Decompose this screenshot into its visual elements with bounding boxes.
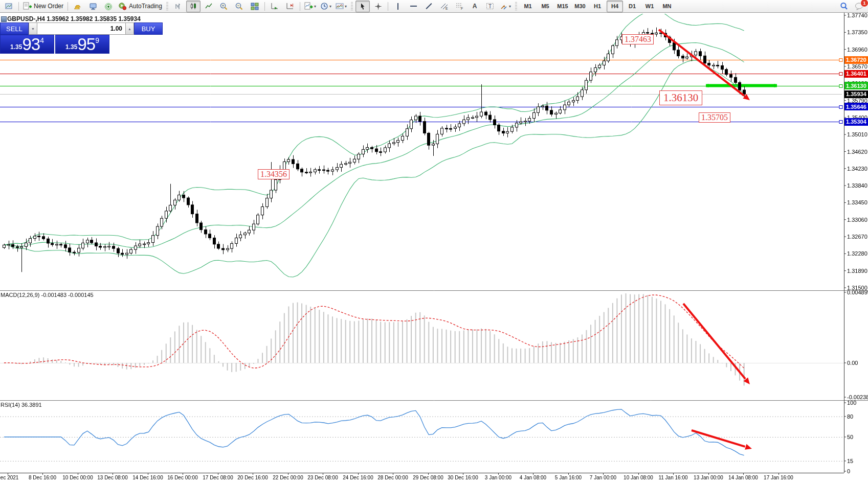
timeframe-m15-button[interactable]: M15	[554, 1, 571, 12]
fibonacci-tool-icon[interactable]: F	[452, 1, 466, 12]
bar-chart-type-icon[interactable]	[171, 1, 185, 12]
auto-scroll-icon[interactable]	[268, 1, 282, 12]
time-axis-label: 5 Jan 16:00	[555, 475, 582, 480]
timeframe-h1-button[interactable]: H1	[589, 1, 606, 12]
timeframe-m30-button[interactable]: M30	[572, 1, 588, 12]
axis-price-label: 1.36401	[844, 70, 868, 78]
price-axis-tick: 1.32670	[847, 234, 867, 240]
sell-price-big: 93	[22, 36, 40, 53]
price-axis-tick: 1.36960	[847, 47, 867, 53]
arrows-tool-icon[interactable]: ▾	[498, 1, 513, 12]
vertical-line-tool-icon[interactable]	[391, 1, 405, 12]
trendline-tool-icon[interactable]	[421, 1, 436, 12]
annotation-base-price[interactable]: 1.34356	[258, 169, 290, 179]
timeframe-mn-button[interactable]: MN	[659, 1, 675, 12]
sell-price-prefix: 1.35	[10, 43, 22, 51]
text-tool-icon[interactable]: A	[468, 1, 482, 12]
axis-price-label: 1.35934	[844, 90, 868, 98]
time-axis-label: 17 Jan 16:00	[764, 475, 793, 480]
buy-price-pip: 9	[95, 36, 99, 44]
price-axis-tick: 1.37350	[847, 29, 867, 35]
price-axis-tick: 1.31890	[847, 268, 867, 274]
timeframe-d1-button[interactable]: D1	[624, 1, 640, 12]
candlestick-chart-type-icon[interactable]	[186, 1, 201, 12]
time-axis-label: 8 Dec 16:00	[29, 475, 56, 480]
deposit-gold-icon[interactable]	[71, 1, 85, 12]
chart-ohlc-header: GBPUSD-,H4 1.35962 1.35982 1.35835 1.359…	[7, 15, 141, 22]
svg-text:F: F	[461, 7, 463, 10]
mt4-terminal: New Order AutoTrading	[0, 0, 868, 484]
price-axis-tick: 1.35010	[847, 131, 867, 137]
time-axis-label: 11 Jan 16:00	[658, 475, 687, 480]
virtual-hosting-icon[interactable]	[86, 1, 100, 12]
chart-shift-icon[interactable]	[283, 1, 297, 12]
chart-window-icon[interactable]	[2, 1, 16, 12]
time-axis-label: 10 Dec 00:00	[62, 475, 93, 480]
time-axis-label: 10 Jan 08:00	[624, 475, 653, 480]
new-order-button[interactable]: New Order	[21, 1, 65, 12]
toolbar-grip[interactable]	[166, 2, 168, 10]
annotation-entry-price[interactable]: 1.36130	[659, 90, 702, 105]
timeframe-m5-button[interactable]: M5	[537, 1, 553, 12]
dropdown-caret: ▾	[509, 4, 511, 9]
axis-price-label: 1.36720	[844, 56, 868, 64]
crosshair-icon[interactable]	[371, 1, 385, 12]
axis-price-label: 1.35304	[844, 118, 868, 126]
rsi-axis-tick: 15	[847, 458, 853, 464]
chat-icon[interactable]: 1	[852, 1, 866, 12]
toolbar-grip[interactable]	[515, 2, 517, 10]
periods-icon[interactable]: ▾	[319, 1, 333, 12]
time-axis-label: Dec 2021	[0, 475, 18, 480]
svg-text:T: T	[488, 4, 492, 9]
autotrading-button[interactable]: AutoTrading	[117, 1, 164, 12]
templates-icon[interactable]: ▾	[334, 1, 348, 12]
toolbar-separator	[68, 2, 68, 11]
time-axis-label: 24 Dec 16:00	[343, 475, 373, 480]
buy-button[interactable]: BUY	[134, 22, 163, 35]
macd-axis-tick: 0.004899	[847, 289, 868, 295]
buy-price-panel[interactable]: 1.35 95 9	[55, 35, 109, 54]
zoom-in-icon[interactable]	[217, 1, 231, 12]
buy-price-prefix: 1.35	[65, 43, 77, 51]
timeframe-h4-button[interactable]: H4	[607, 1, 623, 12]
zoom-out-icon[interactable]	[232, 1, 247, 12]
horizontal-line-tool-icon[interactable]	[406, 1, 420, 12]
one-click-trading-panel: SELL ▼ ▲ BUY 1.35 93 4 1.35 95 9	[0, 22, 109, 54]
time-axis-label: 23 Dec 08:00	[307, 475, 338, 480]
chat-badge: 1	[860, 0, 868, 7]
line-chart-type-icon[interactable]	[202, 1, 216, 12]
sell-price-panel[interactable]: 1.35 93 4	[0, 35, 54, 54]
volume-input[interactable]	[37, 22, 125, 35]
price-axis-tick: 1.33060	[847, 217, 867, 223]
annotation-peak-price[interactable]: 1.37463	[622, 34, 654, 44]
dropdown-caret: ▾	[314, 4, 316, 9]
price-axis-tick: 1.37740	[847, 12, 867, 18]
volume-decrease-button[interactable]: ▼	[29, 22, 37, 35]
chart-window: GBPUSD-,H4 1.35962 1.35982 1.35835 1.359…	[0, 13, 868, 484]
rsi-axis-tick: 100	[847, 400, 856, 406]
indicators-icon[interactable]: ▾	[303, 1, 318, 12]
top-toolbar: New Order AutoTrading	[0, 0, 868, 13]
text-label-tool-icon[interactable]: T	[483, 1, 497, 12]
price-axis-tick: 1.33450	[847, 199, 867, 205]
time-axis-label: 13 Jan 00:00	[694, 475, 723, 480]
search-icon[interactable]	[837, 1, 851, 12]
tile-windows-icon[interactable]	[248, 1, 262, 12]
cursor-icon[interactable]	[355, 1, 370, 12]
time-axis-label: 22 Dec 00:00	[273, 475, 303, 480]
rsi-axis-tick: 80	[847, 413, 853, 420]
price-chart-canvas[interactable]	[0, 13, 868, 484]
annotation-stop-price[interactable]: 1.35705	[699, 112, 730, 123]
signals-icon[interactable]	[101, 1, 116, 12]
time-axis-label: 30 Dec 16:00	[448, 475, 478, 480]
equidistant-channel-tool-icon[interactable]: E	[437, 1, 451, 12]
sell-button[interactable]: SELL	[0, 22, 29, 35]
volume-increase-button[interactable]: ▲	[125, 22, 134, 35]
time-axis-label: 14 Dec 16:00	[132, 475, 163, 480]
time-axis-label: 3 Jan 00:00	[485, 475, 511, 480]
macd-axis-tick: 0.00	[847, 360, 858, 366]
toolbar-grip[interactable]	[351, 2, 353, 10]
timeframe-w1-button[interactable]: W1	[641, 1, 658, 12]
price-axis-tick: 1.34230	[847, 166, 867, 172]
timeframe-m1-button[interactable]: M1	[520, 1, 536, 12]
